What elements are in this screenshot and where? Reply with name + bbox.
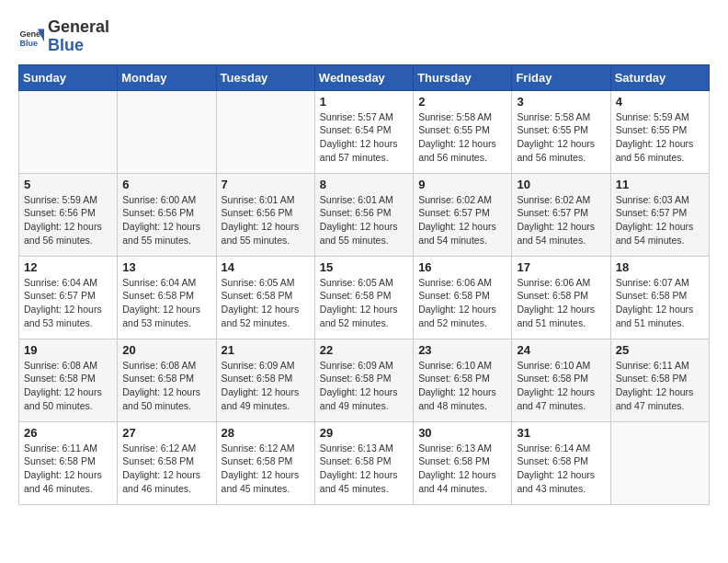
day-number: 4: [616, 95, 704, 109]
calendar-cell: 14Sunrise: 6:05 AM Sunset: 6:58 PM Dayli…: [216, 256, 314, 339]
day-number: 31: [517, 426, 605, 440]
calendar-cell: 20Sunrise: 6:08 AM Sunset: 6:58 PM Dayli…: [118, 339, 216, 421]
calendar-cell: 12Sunrise: 6:04 AM Sunset: 6:57 PM Dayli…: [19, 256, 118, 339]
day-info: Sunrise: 6:10 AM Sunset: 6:58 PM Dayligh…: [517, 359, 605, 413]
day-info: Sunrise: 6:02 AM Sunset: 6:57 PM Dayligh…: [517, 193, 605, 247]
day-number: 7: [222, 178, 310, 191]
day-info: Sunrise: 6:12 AM Sunset: 6:58 PM Dayligh…: [122, 442, 210, 496]
day-number: 23: [418, 343, 506, 357]
logo-icon: General Blue: [18, 24, 44, 50]
day-info: Sunrise: 6:06 AM Sunset: 6:58 PM Dayligh…: [517, 276, 605, 330]
day-info: Sunrise: 6:01 AM Sunset: 6:56 PM Dayligh…: [222, 193, 310, 247]
page-header: General Blue General Blue: [18, 18, 710, 55]
day-info: Sunrise: 6:13 AM Sunset: 6:58 PM Dayligh…: [320, 442, 408, 496]
day-info: Sunrise: 6:09 AM Sunset: 6:58 PM Dayligh…: [222, 359, 310, 413]
day-info: Sunrise: 6:04 AM Sunset: 6:57 PM Dayligh…: [24, 276, 112, 330]
calendar-cell: [118, 90, 216, 173]
day-info: Sunrise: 6:00 AM Sunset: 6:56 PM Dayligh…: [122, 193, 210, 247]
day-number: 30: [418, 426, 506, 440]
day-info: Sunrise: 6:04 AM Sunset: 6:58 PM Dayligh…: [122, 276, 210, 330]
calendar-cell: 18Sunrise: 6:07 AM Sunset: 6:58 PM Dayli…: [610, 256, 709, 339]
day-number: 29: [320, 426, 408, 440]
logo: General Blue General Blue: [18, 18, 109, 55]
calendar-cell: 6Sunrise: 6:00 AM Sunset: 6:56 PM Daylig…: [118, 173, 216, 256]
calendar-cell: 15Sunrise: 6:05 AM Sunset: 6:58 PM Dayli…: [314, 256, 413, 339]
calendar-cell: 24Sunrise: 6:10 AM Sunset: 6:58 PM Dayli…: [512, 339, 610, 421]
day-info: Sunrise: 6:14 AM Sunset: 6:58 PM Dayligh…: [517, 442, 605, 496]
calendar-cell: 21Sunrise: 6:09 AM Sunset: 6:58 PM Dayli…: [216, 339, 314, 421]
calendar-cell: [610, 421, 709, 504]
weekday-sunday: Sunday: [19, 64, 118, 90]
calendar-cell: 22Sunrise: 6:09 AM Sunset: 6:58 PM Dayli…: [314, 339, 413, 421]
calendar-cell: [19, 90, 118, 173]
calendar-cell: 27Sunrise: 6:12 AM Sunset: 6:58 PM Dayli…: [118, 421, 216, 504]
weekday-header-row: SundayMondayTuesdayWednesdayThursdayFrid…: [19, 64, 710, 90]
day-info: Sunrise: 6:05 AM Sunset: 6:58 PM Dayligh…: [320, 276, 408, 330]
day-number: 21: [222, 343, 310, 357]
weekday-thursday: Thursday: [414, 64, 512, 90]
calendar-cell: 28Sunrise: 6:12 AM Sunset: 6:58 PM Dayli…: [216, 421, 314, 504]
day-number: 28: [222, 426, 310, 440]
calendar-cell: 4Sunrise: 5:59 AM Sunset: 6:55 PM Daylig…: [610, 90, 709, 173]
week-row-5: 26Sunrise: 6:11 AM Sunset: 6:58 PM Dayli…: [19, 421, 710, 504]
calendar-cell: 30Sunrise: 6:13 AM Sunset: 6:58 PM Dayli…: [414, 421, 512, 504]
day-info: Sunrise: 6:12 AM Sunset: 6:58 PM Dayligh…: [222, 442, 310, 496]
week-row-1: 1Sunrise: 5:57 AM Sunset: 6:54 PM Daylig…: [19, 90, 710, 173]
week-row-4: 19Sunrise: 6:08 AM Sunset: 6:58 PM Dayli…: [19, 339, 710, 421]
day-info: Sunrise: 6:07 AM Sunset: 6:58 PM Dayligh…: [616, 276, 704, 330]
day-number: 9: [418, 178, 506, 191]
calendar-cell: 29Sunrise: 6:13 AM Sunset: 6:58 PM Dayli…: [314, 421, 413, 504]
day-info: Sunrise: 5:59 AM Sunset: 6:56 PM Dayligh…: [24, 193, 112, 247]
calendar-table: SundayMondayTuesdayWednesdayThursdayFrid…: [18, 64, 710, 505]
weekday-monday: Monday: [118, 64, 216, 90]
day-info: Sunrise: 6:02 AM Sunset: 6:57 PM Dayligh…: [418, 193, 506, 247]
calendar-cell: 3Sunrise: 5:58 AM Sunset: 6:55 PM Daylig…: [512, 90, 610, 173]
day-number: 12: [24, 260, 112, 274]
calendar-cell: 13Sunrise: 6:04 AM Sunset: 6:58 PM Dayli…: [118, 256, 216, 339]
day-number: 27: [122, 426, 210, 440]
day-info: Sunrise: 6:08 AM Sunset: 6:58 PM Dayligh…: [24, 359, 112, 413]
calendar-cell: 31Sunrise: 6:14 AM Sunset: 6:58 PM Dayli…: [512, 421, 610, 504]
day-info: Sunrise: 6:11 AM Sunset: 6:58 PM Dayligh…: [616, 359, 704, 413]
weekday-saturday: Saturday: [610, 64, 709, 90]
day-number: 19: [24, 343, 112, 357]
day-number: 15: [320, 260, 408, 274]
calendar-cell: 2Sunrise: 5:58 AM Sunset: 6:55 PM Daylig…: [414, 90, 512, 173]
calendar-cell: 5Sunrise: 5:59 AM Sunset: 6:56 PM Daylig…: [19, 173, 118, 256]
day-number: 17: [517, 260, 605, 274]
day-number: 25: [616, 343, 704, 357]
day-number: 20: [122, 343, 210, 357]
weekday-friday: Friday: [512, 64, 610, 90]
day-info: Sunrise: 6:13 AM Sunset: 6:58 PM Dayligh…: [418, 442, 506, 496]
calendar-cell: 11Sunrise: 6:03 AM Sunset: 6:57 PM Dayli…: [610, 173, 709, 256]
day-number: 3: [517, 95, 605, 109]
week-row-2: 5Sunrise: 5:59 AM Sunset: 6:56 PM Daylig…: [19, 173, 710, 256]
day-number: 16: [418, 260, 506, 274]
weekday-tuesday: Tuesday: [216, 64, 314, 90]
day-info: Sunrise: 6:06 AM Sunset: 6:58 PM Dayligh…: [418, 276, 506, 330]
day-info: Sunrise: 6:09 AM Sunset: 6:58 PM Dayligh…: [320, 359, 408, 413]
calendar-cell: 17Sunrise: 6:06 AM Sunset: 6:58 PM Dayli…: [512, 256, 610, 339]
svg-text:Blue: Blue: [19, 39, 38, 48]
calendar-cell: 7Sunrise: 6:01 AM Sunset: 6:56 PM Daylig…: [216, 173, 314, 256]
day-number: 18: [616, 260, 704, 274]
calendar-cell: [216, 90, 314, 173]
day-number: 10: [517, 178, 605, 191]
day-number: 6: [122, 178, 210, 191]
logo-general: General: [48, 18, 109, 37]
calendar-cell: 25Sunrise: 6:11 AM Sunset: 6:58 PM Dayli…: [610, 339, 709, 421]
weekday-wednesday: Wednesday: [314, 64, 413, 90]
calendar-cell: 26Sunrise: 6:11 AM Sunset: 6:58 PM Dayli…: [19, 421, 118, 504]
day-info: Sunrise: 6:01 AM Sunset: 6:56 PM Dayligh…: [320, 193, 408, 247]
calendar-cell: 1Sunrise: 5:57 AM Sunset: 6:54 PM Daylig…: [314, 90, 413, 173]
day-number: 1: [320, 95, 408, 109]
logo-blue: Blue: [48, 37, 109, 55]
day-info: Sunrise: 6:11 AM Sunset: 6:58 PM Dayligh…: [24, 442, 112, 496]
day-info: Sunrise: 5:58 AM Sunset: 6:55 PM Dayligh…: [517, 110, 605, 165]
calendar-cell: 19Sunrise: 6:08 AM Sunset: 6:58 PM Dayli…: [19, 339, 118, 421]
day-number: 24: [517, 343, 605, 357]
day-number: 5: [24, 178, 112, 191]
day-number: 22: [320, 343, 408, 357]
day-number: 26: [24, 426, 112, 440]
day-number: 13: [122, 260, 210, 274]
